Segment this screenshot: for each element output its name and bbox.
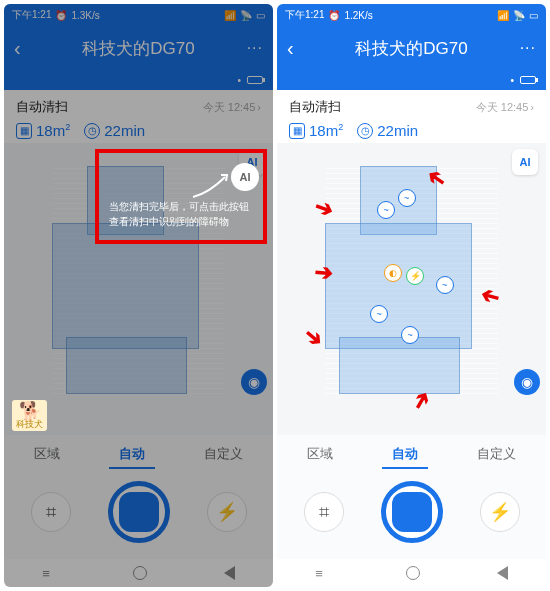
alarm-icon: ⏰ <box>55 10 67 21</box>
tooltip-icon: AI <box>231 163 259 191</box>
page-title: 科技犬的DG70 <box>307 37 516 60</box>
status-time: 下午1:21 <box>12 8 51 22</box>
wall-button[interactable]: ⌗ <box>31 492 71 532</box>
dock-icon[interactable]: ◉ <box>514 369 540 395</box>
map-area-left[interactable]: AI AI 当您清扫完毕后，可点击此按钮 查看清扫中识别到的障碍物 ◉ 🐕科技犬 <box>4 143 273 435</box>
header-strip: • <box>277 70 546 90</box>
mode-panel: 自动清扫 今天 12:45› ▦ 18m2 ◷ 22min <box>4 90 273 143</box>
nav-back-icon[interactable] <box>497 566 508 580</box>
clock-icon: ◷ <box>84 123 100 139</box>
more-button[interactable]: ··· <box>243 39 263 57</box>
mode-panel: 自动清扫 今天 12:45› ▦ 18m2 ◷ 22min <box>277 90 546 143</box>
stat-area: ▦ 18m2 <box>16 122 70 139</box>
detected-object-icon[interactable]: ~ <box>398 189 416 207</box>
phone-right: 下午1:21 ⏰ 1.2K/s 📶 📡 ▭ ‹ 科技犬的DG70 ··· • 自… <box>277 4 546 587</box>
tooltip-line1: 当您清扫完毕后，可点击此按钮 <box>109 199 259 214</box>
detected-object-icon[interactable]: ~ <box>401 326 419 344</box>
area-icon: ▦ <box>289 123 305 139</box>
mode-tabs: 区域 自动 自定义 <box>277 435 546 471</box>
phone-left: 下午1:21 ⏰ 1.3K/s 📶 📡 ▭ ‹ 科技犬的DG70 ··· • 自… <box>4 4 273 587</box>
alarm-icon: ⏰ <box>328 10 340 21</box>
clock-icon: ◷ <box>357 123 373 139</box>
header-strip: • <box>4 70 273 90</box>
more-button[interactable]: ··· <box>516 39 536 57</box>
nav-home-icon[interactable] <box>133 566 147 580</box>
signal-icon: 📶 <box>497 10 509 21</box>
detected-object-icon[interactable]: ~ <box>377 201 395 219</box>
stat-time: ◷ 22min <box>84 122 145 139</box>
stat-time: ◷ 22min <box>357 122 418 139</box>
status-bar: 下午1:21 ⏰ 1.2K/s 📶 📡 ▭ <box>277 4 546 26</box>
strip-battery-icon <box>247 76 263 84</box>
area-icon: ▦ <box>16 123 32 139</box>
charge-button[interactable]: ⚡ <box>480 492 520 532</box>
detected-object-icon[interactable]: ~ <box>436 276 454 294</box>
start-button[interactable] <box>381 481 443 543</box>
back-button[interactable]: ‹ <box>287 37 307 60</box>
controls-row: ⌗ ⚡ <box>277 471 546 559</box>
watermark-logo: 🐕科技犬 <box>12 400 47 431</box>
nav-home-icon[interactable] <box>406 566 420 580</box>
app-header: ‹ 科技犬的DG70 ··· <box>277 26 546 70</box>
map-area-right[interactable]: AI ◉ ~~◐⚡~~~➔➔➔➔➔➔ <box>277 143 546 435</box>
mode-title: 自动清扫 <box>289 98 341 116</box>
signal-icon: 📶 <box>224 10 236 21</box>
mode-timestamp: 今天 12:45› <box>476 100 534 115</box>
strip-dot: • <box>510 75 514 86</box>
nav-recent-icon[interactable]: ≡ <box>42 566 56 580</box>
tab-auto[interactable]: 自动 <box>382 441 428 469</box>
stat-area: ▦ 18m2 <box>289 122 343 139</box>
wifi-icon: 📡 <box>513 10 525 21</box>
wall-button[interactable]: ⌗ <box>304 492 344 532</box>
android-nav: ≡ <box>277 559 546 587</box>
status-speed: 1.2K/s <box>344 10 372 21</box>
mode-tabs: 区域 自动 自定义 <box>4 435 273 471</box>
back-button[interactable]: ‹ <box>14 37 34 60</box>
tooltip-line2: 查看清扫中识别到的障碍物 <box>109 214 259 229</box>
page-title: 科技犬的DG70 <box>34 37 243 60</box>
battery-icon: ▭ <box>256 10 265 21</box>
detected-object-icon[interactable]: ⚡ <box>406 267 424 285</box>
tab-custom[interactable]: 自定义 <box>194 441 253 469</box>
tab-auto[interactable]: 自动 <box>109 441 155 469</box>
annotation-arrow-icon: ➔ <box>314 259 334 286</box>
tooltip-arrow-icon <box>191 171 231 201</box>
tab-custom[interactable]: 自定义 <box>467 441 526 469</box>
ai-button[interactable]: AI <box>512 149 538 175</box>
strip-dot: • <box>237 75 241 86</box>
status-bar: 下午1:21 ⏰ 1.3K/s 📶 📡 ▭ <box>4 4 273 26</box>
tab-zone[interactable]: 区域 <box>24 441 70 469</box>
nav-recent-icon[interactable]: ≡ <box>315 566 329 580</box>
tab-zone[interactable]: 区域 <box>297 441 343 469</box>
mode-title: 自动清扫 <box>16 98 68 116</box>
nav-back-icon[interactable] <box>224 566 235 580</box>
status-time: 下午1:21 <box>285 8 324 22</box>
dock-icon[interactable]: ◉ <box>241 369 267 395</box>
mode-timestamp: 今天 12:45› <box>203 100 261 115</box>
annotation-arrow-icon: ➔ <box>298 321 329 352</box>
controls-row: ⌗ ⚡ <box>4 471 273 559</box>
charge-button[interactable]: ⚡ <box>207 492 247 532</box>
battery-icon: ▭ <box>529 10 538 21</box>
status-speed: 1.3K/s <box>71 10 99 21</box>
start-button[interactable] <box>108 481 170 543</box>
wifi-icon: 📡 <box>240 10 252 21</box>
strip-battery-icon <box>520 76 536 84</box>
app-header: ‹ 科技犬的DG70 ··· <box>4 26 273 70</box>
android-nav: ≡ <box>4 559 273 587</box>
